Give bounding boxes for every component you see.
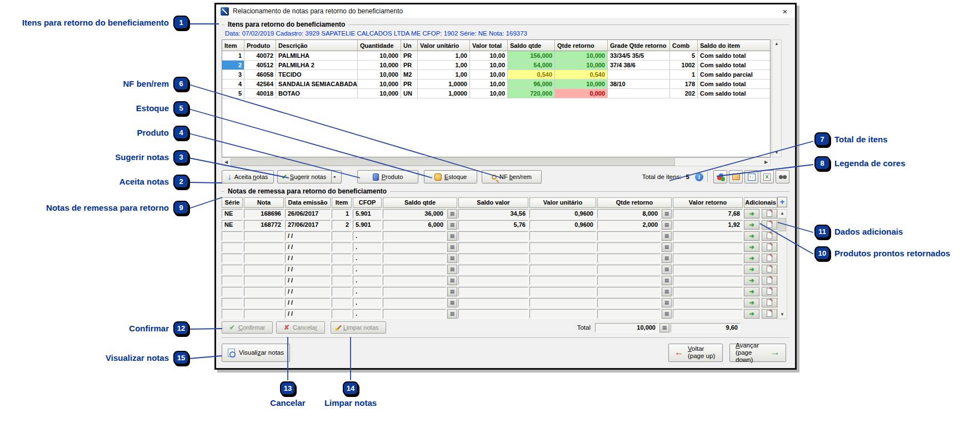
cell-item[interactable]: 2	[222, 61, 244, 70]
produtos-prontos-retornados-button[interactable]: ➔	[744, 287, 759, 296]
scroll-down-icon[interactable]: ▼	[772, 149, 781, 157]
cell-saldo-valor[interactable]	[458, 309, 528, 319]
scroll-up-icon[interactable]: ▲	[778, 210, 787, 217]
grade-grid-button[interactable]: ▦	[447, 220, 457, 230]
cell-cfop[interactable]: 5.901	[353, 220, 382, 230]
cell-saldo-item[interactable]: Com saldo parcial	[698, 70, 770, 80]
cell-saldo-qtde[interactable]	[383, 231, 446, 241]
cell-data-emissao[interactable]: / /	[285, 276, 331, 285]
grade-grid-button[interactable]: ▦	[662, 231, 672, 241]
cell-qtde-retorno[interactable]: 0,540	[555, 70, 608, 80]
estoque-button[interactable]: Estoque	[424, 170, 477, 183]
cell-valor-unitario[interactable]: 0,9600	[529, 220, 596, 230]
cell-item[interactable]: 2	[332, 220, 352, 230]
cell-valor-unitario[interactable]	[529, 231, 596, 241]
grade-grid-button[interactable]: ▦	[662, 298, 672, 307]
cell-data-emissao[interactable]: / /	[285, 309, 331, 319]
cell-valor-unitario[interactable]: 1,0000	[418, 89, 470, 98]
aceita-notas-button[interactable]: ↓ Aceita notas	[222, 170, 274, 183]
cell-item[interactable]	[332, 309, 352, 319]
cell-saldo-qtde[interactable]	[383, 287, 446, 296]
cell-saldo-qtde[interactable]	[383, 265, 446, 274]
cell-saldo-qtde[interactable]	[383, 254, 446, 263]
cell-qtde-retorno[interactable]	[597, 265, 661, 274]
grade-grid-button[interactable]: ▦	[662, 209, 672, 219]
cell-un[interactable]: PR	[401, 61, 418, 70]
cell-serie[interactable]	[222, 287, 243, 296]
cell-valor-unitario[interactable]	[529, 254, 596, 263]
cell-comb[interactable]: 1	[670, 70, 698, 80]
produtos-prontos-retornados-button[interactable]: ➔	[744, 254, 759, 263]
dados-adicionais-button[interactable]	[762, 220, 777, 230]
cell-saldo-valor[interactable]	[458, 242, 528, 252]
cell-valor-unitario[interactable]	[529, 242, 596, 252]
cell-quantidade[interactable]: 10,000	[358, 51, 401, 61]
cell-nota[interactable]	[244, 254, 284, 263]
grade-grid-button[interactable]: ▦	[662, 287, 672, 296]
cell-saldo-qtde[interactable]: 36,000	[383, 209, 446, 219]
cell-serie[interactable]	[222, 231, 243, 241]
produtos-prontos-retornados-button[interactable]: ➔	[744, 209, 759, 219]
grade-grid-button[interactable]: ▦	[662, 309, 672, 319]
cell-valor-unitario[interactable]	[529, 265, 596, 274]
cell-saldo-valor[interactable]	[458, 276, 528, 285]
cell-qtde-retorno[interactable]	[597, 298, 661, 307]
cell-valor-total[interactable]: 10,00	[470, 51, 508, 61]
pesquisar-button[interactable]	[776, 170, 789, 183]
produtos-prontos-retornados-button[interactable]: ➔	[744, 231, 759, 241]
cell-valor-retorno[interactable]: 1,92	[673, 220, 743, 230]
cell-nota[interactable]: 168696	[244, 209, 284, 219]
produto-button[interactable]: Produto	[357, 170, 418, 183]
cell-qtde-retorno[interactable]	[597, 309, 661, 319]
cell-valor-unitario[interactable]: 1,0000	[418, 80, 470, 89]
cell-valor-unitario[interactable]	[529, 276, 596, 285]
grade-grid-button[interactable]: ▦	[447, 209, 457, 219]
cell-valor-retorno[interactable]	[673, 231, 743, 241]
cell-item[interactable]	[332, 265, 352, 274]
cell-valor-retorno[interactable]	[673, 254, 743, 263]
cell-saldo-qtde[interactable]: 156,000	[508, 51, 555, 61]
produtos-prontos-retornados-button[interactable]: ➔	[744, 309, 759, 319]
dados-adicionais-button[interactable]	[762, 287, 777, 296]
grade-grid-button[interactable]: ▦	[447, 265, 457, 274]
exportar-excel-button[interactable]: X	[760, 170, 774, 183]
cell-item[interactable]: 5	[222, 89, 244, 98]
grade-grid-button[interactable]: ▦	[662, 276, 672, 285]
cell-saldo-qtde[interactable]	[383, 298, 446, 307]
cell-nota[interactable]	[244, 242, 284, 252]
cell-saldo-valor[interactable]	[458, 298, 528, 307]
cell-valor-unitario[interactable]: 0,9600	[529, 209, 596, 219]
dados-adicionais-button[interactable]	[762, 276, 777, 285]
cell-valor-retorno[interactable]	[673, 309, 743, 319]
cell-serie[interactable]	[222, 265, 243, 274]
grade-grid-button[interactable]: ▦	[662, 265, 672, 274]
cell-item[interactable]: 4	[222, 80, 244, 89]
cell-saldo-valor[interactable]: 5,76	[458, 220, 528, 230]
cell-descricao[interactable]: SANDALIA SEMIACABADA	[276, 80, 358, 89]
cell-valor-unitario[interactable]: 1,00	[418, 70, 470, 80]
cell-cfop[interactable]: 5.901	[353, 209, 382, 219]
cell-saldo-item[interactable]: Com saldo total	[698, 61, 770, 70]
cell-nota[interactable]	[244, 309, 284, 319]
cell-qtde-retorno[interactable]	[597, 254, 661, 263]
cell-valor-total[interactable]: 10,00	[470, 89, 508, 98]
cell-saldo-qtde[interactable]: 0,540	[508, 70, 555, 80]
title-bar[interactable]: Relacionamento de notas para retorno do …	[216, 4, 795, 18]
grade-grid-button[interactable]: ▦	[662, 242, 672, 252]
cell-data-emissao[interactable]: / /	[285, 265, 331, 274]
cell-saldo-qtde[interactable]	[383, 242, 446, 252]
cancelar-button[interactable]: ✘ Cancelar	[276, 321, 325, 334]
cell-descricao[interactable]: PALMILHA 2	[276, 61, 358, 70]
cell-saldo-valor[interactable]: 34,56	[458, 209, 528, 219]
cell-produto[interactable]: 40018	[244, 89, 276, 98]
cell-produto[interactable]: 40072	[244, 51, 276, 61]
cell-qtde-retorno[interactable]: 10,000	[555, 51, 608, 61]
cell-valor-total[interactable]: 10,00	[470, 70, 508, 80]
cell-comb[interactable]: 178	[670, 80, 698, 89]
cell-item[interactable]: 1	[332, 209, 352, 219]
cell-nota[interactable]	[244, 276, 284, 285]
grade-grid-button[interactable]: ▦	[447, 298, 457, 307]
scroll-right-icon[interactable]: ▶	[762, 160, 770, 165]
grade-grid-button[interactable]: ▦	[447, 276, 457, 285]
cell-qtde-retorno[interactable]: 8,000	[597, 209, 661, 219]
